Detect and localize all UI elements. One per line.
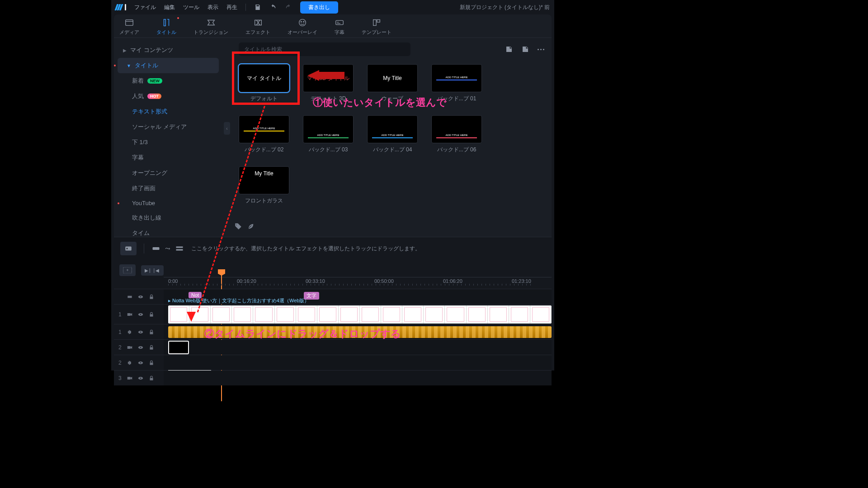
sidebar-sub-2[interactable]: テキスト形式: [114, 104, 222, 119]
track-body[interactable]: マイ タイトル開始:00:00:00:28終了:00:00:05:28: [164, 340, 552, 355]
lock-icon[interactable]: [148, 329, 155, 335]
tab-label: オーバーレイ: [288, 29, 317, 36]
hint-text: ここをクリックするか、選択したタイトル エフェクトを選択したトラックにドラッグし…: [191, 245, 420, 253]
main-toolbar: メディアタイトルトランジションエフェクトオーバーレイ字幕テンプレート: [114, 14, 552, 38]
sidebar-label: マイ コンテンツ: [130, 46, 173, 54]
sidebar-sub-label: 終了画面: [132, 184, 156, 192]
title-card-6[interactable]: ADD TITLE HEREバックド...プ 04: [367, 115, 418, 154]
svg-rect-0: [126, 20, 133, 26]
eye-icon[interactable]: [137, 360, 144, 366]
sidebar-sub-10[interactable]: タイム: [114, 225, 222, 237]
playhead[interactable]: [218, 269, 225, 276]
eye-icon[interactable]: [137, 294, 144, 300]
svg-point-34: [140, 377, 141, 378]
sidebar-sub-1[interactable]: 人気HOT: [114, 89, 222, 104]
title-card-7[interactable]: ADD TITLE HEREバックド...プ 06: [431, 115, 482, 154]
sidebar-title[interactable]: ▼ タイトル: [118, 58, 219, 73]
tab-icon: [335, 18, 344, 27]
track-body[interactable]: [164, 371, 552, 385]
app-window: ファイル 編集 ツール 表示 再生 書き出し 新規プロジェクト (タイトルなし)…: [111, 0, 554, 371]
export-icon[interactable]: [521, 45, 529, 53]
track-icon[interactable]: [175, 244, 184, 253]
sidebar-sub-5[interactable]: 字幕: [114, 150, 222, 165]
redo-icon[interactable]: [285, 4, 292, 11]
tab-2[interactable]: トランジション: [193, 18, 228, 36]
search-input[interactable]: [239, 42, 410, 56]
title-card-8[interactable]: My Titleフロントガラス: [239, 166, 289, 205]
title-thumb: My Title: [239, 166, 289, 194]
svg-point-8: [127, 248, 128, 249]
tag-icon[interactable]: [234, 222, 242, 230]
tab-1[interactable]: タイトル: [156, 18, 176, 36]
menu-edit[interactable]: 編集: [164, 4, 175, 11]
tracks: Not文字1▸ Notta Web版 使い方｜文字起こし方法おすすめ4選（Web…: [114, 289, 552, 385]
title-card-3[interactable]: ADD TITLE HEREバックド...プ 01: [431, 64, 482, 103]
tab-3[interactable]: エフェクト: [245, 18, 270, 36]
eye-icon[interactable]: [137, 329, 144, 335]
tab-6[interactable]: テンプレート: [362, 18, 392, 36]
sidebar-sub-7[interactable]: 終了画面: [114, 181, 222, 196]
title-thumb: ADD TITLE HERE: [239, 115, 289, 143]
eye-icon[interactable]: [137, 375, 144, 381]
timeline-settings-icon[interactable]: [120, 242, 137, 255]
link-icon[interactable]: [151, 244, 160, 253]
tab-4[interactable]: オーバーレイ: [288, 18, 317, 36]
add-track-icon[interactable]: +: [119, 264, 136, 276]
menu-file[interactable]: ファイル: [134, 4, 156, 11]
track-body[interactable]: [164, 324, 552, 339]
import-icon[interactable]: [505, 45, 513, 53]
title-card-4[interactable]: ADD TITLE HEREバックド...プ 02: [239, 115, 289, 154]
tab-5[interactable]: 字幕: [335, 18, 344, 36]
lock-icon[interactable]: [148, 375, 155, 381]
svg-rect-32: [127, 377, 131, 380]
title-card-2[interactable]: My Titleウェーブ: [367, 64, 418, 103]
svg-rect-18: [127, 313, 131, 316]
sidebar-my-contents[interactable]: ▶ マイ コンテンツ: [114, 42, 222, 58]
title-clip[interactable]: [168, 341, 189, 354]
title-caption: バックド...プ 04: [373, 146, 412, 154]
undo-icon[interactable]: [269, 4, 277, 11]
tab-0[interactable]: メディア: [119, 18, 139, 36]
menu-play[interactable]: 再生: [226, 4, 237, 11]
eye-icon[interactable]: [137, 311, 144, 318]
track-head: 1: [114, 324, 164, 339]
tab-icon: [253, 18, 263, 27]
audio-clip[interactable]: [168, 326, 552, 338]
tab-label: トランジション: [193, 29, 228, 36]
export-button[interactable]: 書き出し: [300, 1, 338, 14]
annotation-arrow-left: [307, 70, 319, 81]
save-icon[interactable]: [254, 4, 261, 11]
sidebar-sub-0[interactable]: 新着NEW: [114, 73, 222, 89]
video-clip[interactable]: [168, 305, 552, 324]
clip-label: ▸ Notta Web版 使い方｜文字起こし方法おすすめ4選（Web版）: [168, 297, 309, 304]
app-logo: [116, 4, 126, 10]
track-body[interactable]: [164, 355, 552, 370]
track-body[interactable]: ▸ Notta Web版 使い方｜文字起こし方法おすすめ4選（Web版）: [164, 305, 552, 324]
sidebar-sub-9[interactable]: 吹き出し線: [114, 210, 222, 225]
collapse-handle[interactable]: ‹: [224, 122, 230, 135]
title-card-0[interactable]: マイ タイトルデフォルト: [239, 64, 289, 103]
menu-view[interactable]: 表示: [208, 4, 218, 11]
eye-icon[interactable]: [137, 344, 144, 351]
title-card-5[interactable]: ADD TITLE HEREバックド...プ 03: [303, 115, 354, 154]
tab-icon: [372, 18, 382, 27]
svg-rect-9: [153, 247, 160, 250]
tab-label: エフェクト: [245, 29, 270, 36]
skip-controls[interactable]: ▶| |◀: [141, 265, 164, 276]
leaf-icon[interactable]: [247, 222, 255, 230]
sidebar-sub-3[interactable]: ソーシャル メディア: [114, 119, 222, 135]
menu-tool[interactable]: ツール: [183, 4, 199, 11]
lock-icon[interactable]: [148, 311, 155, 318]
title-caption: バックド...プ 03: [309, 146, 348, 154]
lock-icon[interactable]: [148, 294, 155, 300]
lock-icon[interactable]: [148, 360, 155, 366]
lock-icon[interactable]: [148, 344, 155, 351]
more-icon[interactable]: [538, 49, 544, 50]
time-ruler[interactable]: 0:0000:16:2000:33:1000:50:0001:06:2001:2…: [164, 277, 552, 289]
sidebar-sub-6[interactable]: オープニング: [114, 165, 222, 181]
menubar: ファイル 編集 ツール 表示 再生 書き出し 新規プロジェクト (タイトルなし)…: [111, 0, 554, 14]
sidebar-sub-8[interactable]: YouTube: [114, 196, 222, 210]
sidebar-sub-4[interactable]: 下 1/3: [114, 135, 222, 150]
track-3: 2マイ タイトル開始:00:00:00:28終了:00:00:05:28: [114, 339, 552, 355]
tab-icon: [206, 18, 216, 27]
